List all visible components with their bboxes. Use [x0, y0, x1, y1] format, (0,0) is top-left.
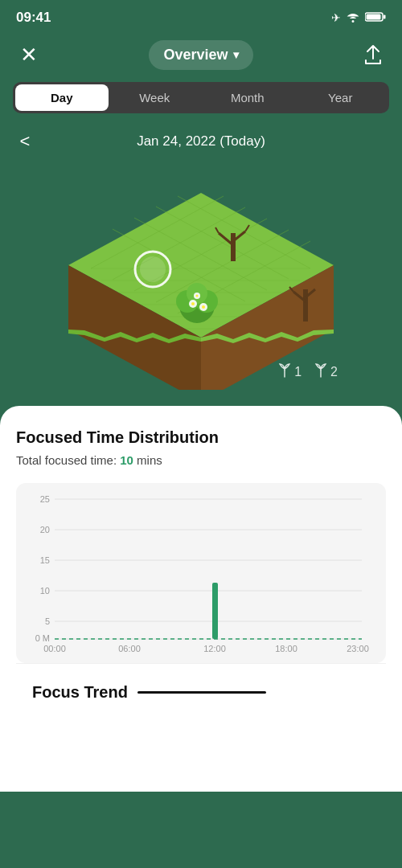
svg-text:00:00: 00:00 [43, 644, 66, 653]
svg-text:15: 15 [40, 555, 50, 565]
nav-bar: ✕ Overview ▾ [0, 32, 402, 82]
focused-time-prefix: Total focused time: [16, 453, 120, 467]
trend-line-decoration [137, 691, 266, 694]
close-button[interactable]: ✕ [13, 39, 45, 71]
status-bar: 09:41 ✈ [0, 0, 402, 32]
chart-wrapper: 25 20 15 10 5 0 M 00:0 [16, 483, 386, 663]
status-time: 09:41 [16, 10, 51, 26]
svg-text:18:00: 18:00 [275, 644, 297, 653]
svg-rect-28 [303, 289, 308, 321]
battery-icon [365, 11, 386, 25]
alive-plant-count: 1 [278, 362, 302, 382]
time-chart: 25 20 15 10 5 0 M 00:0 [23, 493, 379, 653]
svg-rect-1 [367, 14, 381, 19]
airplane-icon: ✈ [331, 11, 341, 24]
chevron-down-icon: ▾ [233, 48, 239, 61]
garden-container: 1 2 [0, 165, 402, 406]
period-day-button[interactable]: Day [15, 84, 109, 111]
svg-text:10: 10 [40, 586, 50, 596]
svg-text:0 M: 0 M [35, 633, 50, 643]
chart-title: Focused Time Distribution [16, 428, 386, 447]
svg-text:23:00: 23:00 [347, 644, 369, 653]
svg-rect-57 [212, 583, 218, 639]
svg-text:25: 25 [40, 494, 50, 504]
focus-trend-label: Focus Trend [32, 683, 128, 702]
period-year-button[interactable]: Year [294, 84, 388, 111]
svg-point-42 [202, 305, 205, 309]
svg-text:5: 5 [45, 616, 50, 626]
svg-point-33 [140, 256, 166, 282]
focused-time-suffix: mins [133, 453, 162, 467]
nav-title: Overview [163, 47, 228, 63]
dead-plant-icon [314, 362, 327, 382]
prev-date-button[interactable]: < [13, 131, 37, 152]
svg-point-43 [196, 295, 199, 297]
focused-time-value: 10 [120, 453, 133, 467]
focused-time-text: Total focused time: 10 mins [16, 453, 386, 467]
garden-svg [48, 181, 354, 390]
white-section: Focused Time Distribution Total focused … [0, 406, 402, 792]
period-week-button[interactable]: Week [109, 84, 202, 111]
alive-plant-icon [278, 362, 291, 382]
alive-count-label: 1 [294, 365, 302, 379]
period-selector: Day Week Month Year [13, 82, 389, 113]
focus-trend-section: Focus Trend [16, 663, 386, 714]
focus-trend-title: Focus Trend [32, 683, 370, 702]
svg-text:06:00: 06:00 [118, 644, 141, 653]
svg-rect-23 [231, 233, 236, 261]
svg-rect-2 [384, 14, 386, 18]
chart-card: Focused Time Distribution Total focused … [16, 428, 386, 663]
plant-counter: 1 2 [278, 362, 338, 382]
svg-text:20: 20 [40, 525, 50, 534]
svg-text:12:00: 12:00 [203, 644, 226, 653]
dead-plant-count: 2 [314, 362, 338, 382]
current-date-label: Jan 24, 2022 (Today) [53, 133, 349, 149]
overview-dropdown[interactable]: Overview ▾ [149, 40, 252, 70]
wifi-icon [346, 11, 360, 25]
dead-count-label: 2 [330, 365, 338, 379]
share-button[interactable] [357, 39, 389, 71]
date-navigation: < Jan 24, 2022 (Today) [0, 126, 402, 165]
close-icon: ✕ [20, 43, 38, 68]
isometric-scene: 1 2 [48, 181, 354, 390]
status-icons: ✈ [331, 11, 386, 25]
period-month-button[interactable]: Month [201, 84, 294, 111]
share-icon [363, 44, 383, 65]
svg-point-41 [191, 302, 195, 305]
